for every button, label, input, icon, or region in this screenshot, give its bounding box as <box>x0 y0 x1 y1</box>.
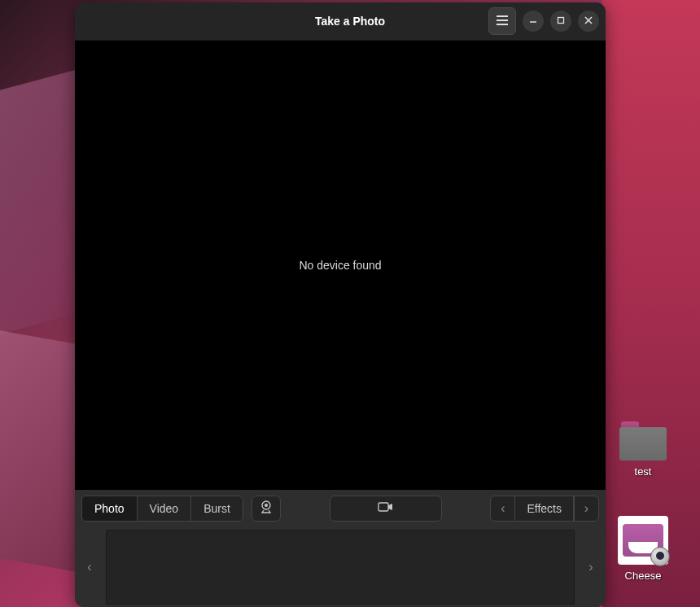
desktop-folder-test[interactable]: test <box>610 421 676 478</box>
video-mode-button[interactable]: Video <box>138 496 192 521</box>
burst-mode-button[interactable]: Burst <box>191 496 243 521</box>
thumbnail-area[interactable] <box>106 530 575 605</box>
effects-next-button[interactable]: › <box>574 496 598 521</box>
close-icon <box>584 15 593 27</box>
thumbnails-prev-button[interactable]: ‹ <box>81 531 98 604</box>
chevron-right-icon: › <box>584 501 588 516</box>
chevron-right-icon: › <box>588 560 593 574</box>
thumbnails-next-button[interactable]: › <box>583 531 599 604</box>
capture-button[interactable] <box>330 496 442 522</box>
svg-point-2 <box>265 504 268 507</box>
cheese-app-icon <box>618 516 668 565</box>
timer-button[interactable] <box>252 496 281 522</box>
cheese-app-window: Take a Photo <box>75 2 606 607</box>
thumbnail-strip: ‹ › <box>75 526 606 607</box>
video-camera-icon <box>378 501 394 516</box>
desktop-app-cheese[interactable]: Cheese <box>610 516 676 582</box>
effects-selector: ‹ Effects › <box>490 496 599 522</box>
hamburger-menu-button[interactable] <box>488 7 516 35</box>
webcam-icon <box>259 500 273 517</box>
app-label: Cheese <box>625 570 662 582</box>
effects-prev-button[interactable]: ‹ <box>491 496 515 521</box>
mode-selector: Photo Video Burst <box>81 496 243 522</box>
effects-button[interactable]: Effects <box>515 496 574 521</box>
folder-icon <box>619 421 667 461</box>
maximize-button[interactable] <box>550 11 571 32</box>
hamburger-icon <box>497 14 508 28</box>
svg-rect-0 <box>558 18 564 24</box>
no-device-message: No device found <box>299 259 381 272</box>
photo-mode-button[interactable]: Photo <box>82 496 138 521</box>
bottom-toolbar: Photo Video Burst ‹ Effects › <box>75 490 606 526</box>
chevron-left-icon: ‹ <box>501 501 505 516</box>
folder-label: test <box>635 465 652 478</box>
minimize-icon <box>529 15 537 27</box>
chevron-left-icon: ‹ <box>87 560 91 574</box>
svg-rect-3 <box>378 503 388 511</box>
close-button[interactable] <box>578 11 599 32</box>
window-title: Take a Photo <box>212 15 488 28</box>
camera-viewport: No device found <box>75 41 606 490</box>
titlebar[interactable]: Take a Photo <box>75 2 606 41</box>
maximize-icon <box>557 15 565 27</box>
minimize-button[interactable] <box>523 11 544 32</box>
